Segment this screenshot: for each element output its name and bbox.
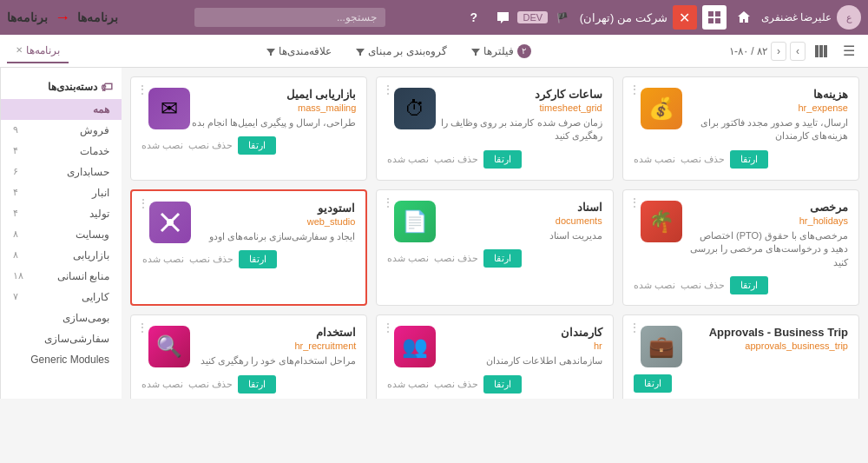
sidebar: 🏷 دسته‌بندی‌ها همهفروش۹خدمات۴حسابداری۶ان…: [0, 68, 122, 399]
remove-btn-0[interactable]: حذف نصب: [681, 154, 725, 165]
sidebar-item-1[interactable]: فروش۹: [1, 120, 122, 141]
card-desc: مراحل استخدام‌های خود را رهگیری کنید: [190, 354, 356, 367]
svg-rect-1: [715, 11, 720, 17]
install-btn-5[interactable]: ارتقا: [239, 250, 277, 268]
group-by-btn[interactable]: گروه‌بندی بر مبنای: [349, 42, 454, 61]
sidebar-item-count: ۴: [13, 187, 18, 198]
navbar-left: ع علیرضا غضنفری ✕ شرکت من (تهران) 🏴 DEV …: [462, 5, 861, 30]
tab-bar: ☰ › ‹ ۸۲ / ۱-۸۰ ۲ فیلترها گروه‌بندی بر م…: [0, 35, 868, 68]
installed-label: نصب شده: [387, 379, 429, 390]
card-info: اسناد documents مدیریت اسناد: [436, 201, 602, 242]
chat-icon[interactable]: [491, 5, 516, 30]
remove-btn-5[interactable]: حذف نصب: [189, 254, 233, 265]
card-menu-icon[interactable]: ⋮: [136, 321, 148, 334]
card-icon: 🔍: [148, 326, 190, 367]
card-menu-icon[interactable]: ⋮: [382, 195, 394, 209]
sidebar-item-label: بازاریابی: [73, 249, 109, 261]
install-btn-1[interactable]: ارتقا: [483, 150, 522, 169]
sidebar-item-5[interactable]: تولید۴: [1, 203, 122, 224]
install-btn-2[interactable]: ارتقا: [238, 136, 276, 155]
remove-btn-3[interactable]: حذف نصب: [681, 280, 725, 291]
remove-btn-2[interactable]: حذف نصب: [188, 140, 233, 151]
card-module: hr_holidays: [682, 215, 848, 226]
installed-label: نصب شده: [141, 379, 183, 390]
sidebar-item-3[interactable]: حسابداری۶: [1, 162, 122, 182]
card-menu-icon[interactable]: ⋮: [136, 83, 148, 96]
sidebar-item-10[interactable]: بومی‌سازی: [1, 308, 122, 328]
install-btn-7[interactable]: ارتقا: [483, 375, 522, 394]
card-header: اسناد documents مدیریت اسناد 📄: [387, 201, 602, 242]
install-btn-4[interactable]: ارتقا: [483, 249, 522, 268]
sidebar-item-7[interactable]: بازاریابی۸: [1, 245, 122, 266]
card-header: استخدام hr_recruitment مراحل استخدام‌های…: [141, 326, 356, 367]
card-title: مرخصی: [682, 201, 848, 214]
installed-label: نصب شده: [634, 280, 675, 291]
sidebar-item-count: ۷: [13, 291, 18, 302]
sidebar-item-count: ۶: [13, 166, 18, 177]
favorites-btn[interactable]: علاقه‌مندی‌ها: [260, 42, 339, 61]
card-menu-icon[interactable]: ⋮: [382, 321, 394, 334]
tab-programs-label: برنامه‌ها: [26, 44, 60, 56]
sidebar-item-label: خدمات: [80, 145, 109, 157]
card-footer: ارتقا حذف نصب نصب شده: [634, 276, 848, 294]
remove-btn-1[interactable]: حذف نصب: [434, 154, 478, 165]
remove-btn-8[interactable]: حذف نصب: [188, 379, 233, 390]
tab-programs[interactable]: برنامه‌ها ✕: [7, 39, 69, 63]
sidebar-item-12[interactable]: Generic Modules: [1, 349, 122, 370]
kanban-icon[interactable]: [809, 39, 833, 63]
nav-flag-icon[interactable]: 🏴: [550, 5, 575, 30]
card-desc: ارسال، تایید و صدور مجدد فاکتور برای هزی…: [682, 116, 848, 143]
prev-page-btn[interactable]: ›: [790, 42, 806, 61]
sidebar-item-11[interactable]: سفارشی‌سازی: [1, 328, 122, 349]
card-menu-icon[interactable]: ⋮: [137, 196, 149, 210]
tab-close-icon[interactable]: ✕: [16, 45, 23, 55]
card-desc: سازماندهی اطلاعات کارمندان: [436, 354, 602, 367]
filters-count: ۲: [517, 44, 531, 58]
close-icon[interactable]: ✕: [673, 5, 697, 30]
card-menu-icon[interactable]: ⋮: [382, 83, 394, 96]
card-icon: 📄: [394, 201, 436, 242]
install-btn-3[interactable]: ارتقا: [730, 276, 768, 294]
sidebar-item-label: فروش: [80, 124, 109, 136]
next-page-btn[interactable]: ‹: [771, 42, 786, 61]
install-btn-8[interactable]: ارتقا: [238, 375, 276, 394]
group-by-label: گروه‌بندی بر مبنای: [368, 45, 447, 57]
card-desc: ایجاد و سفارشی‌سازی برنامه‌های اودو: [191, 230, 355, 243]
sidebar-item-4[interactable]: انبار۴: [1, 182, 122, 203]
card-menu-icon[interactable]: ⋮: [628, 195, 641, 209]
card-footer: ارتقا حذف نصب نصب شده: [634, 150, 848, 169]
sidebar-item-count: ۸: [13, 249, 18, 261]
card-footer: ارتقا حذف نصب نصب شده: [141, 136, 356, 155]
card-menu-icon[interactable]: ⋮: [628, 321, 641, 334]
question-icon[interactable]: ?: [462, 5, 486, 30]
card-title: بازاریابی ایمیل: [190, 88, 356, 101]
nav-tag-icon[interactable]: DEV: [521, 5, 545, 30]
home-icon[interactable]: [732, 5, 756, 30]
remove-btn-4[interactable]: حذف نصب: [434, 253, 478, 264]
card-title: استودیو: [191, 202, 355, 215]
sidebar-item-2[interactable]: خدمات۴: [1, 141, 122, 162]
sidebar-item-0[interactable]: همه: [1, 99, 122, 120]
sidebar-item-6[interactable]: وبسایت۸: [1, 224, 122, 245]
global-search-input[interactable]: [194, 8, 385, 27]
card-title: هزینه‌ها: [682, 88, 848, 101]
card-menu-icon[interactable]: ⋮: [628, 83, 641, 96]
programs-label: برنامه‌ها: [77, 10, 118, 24]
menu-icon[interactable]: ☰: [837, 39, 861, 63]
avatar[interactable]: ع: [837, 5, 861, 30]
installed-label: نصب شده: [387, 154, 429, 165]
card-module: documents: [436, 215, 602, 226]
card-footer: ارتقا حذف نصب نصب شده: [142, 250, 355, 268]
card-icon: 💰: [641, 88, 682, 129]
remove-btn-7[interactable]: حذف نصب: [434, 379, 478, 390]
sidebar-item-8[interactable]: منابع انسانی۱۸: [1, 266, 122, 287]
card-info: بازاریابی ایمیل mass_mailing طراحی، ارسا…: [190, 88, 356, 129]
app-card-8: ⋮ استخدام hr_recruitment مراحل استخدام‌ه…: [130, 314, 367, 399]
sidebar-item-9[interactable]: کارایی۷: [1, 287, 122, 308]
filters-btn[interactable]: ۲ فیلترها: [464, 41, 538, 62]
grid-icon[interactable]: [702, 5, 727, 30]
install-btn-0[interactable]: ارتقا: [730, 150, 768, 169]
install-btn-6[interactable]: ارتقا: [634, 374, 672, 393]
sidebar-section-label: دسته‌بندی‌ها: [48, 81, 97, 93]
app-card-4: ⋮ اسناد documents مدیریت اسناد 📄 ارتقا ح…: [376, 189, 613, 306]
